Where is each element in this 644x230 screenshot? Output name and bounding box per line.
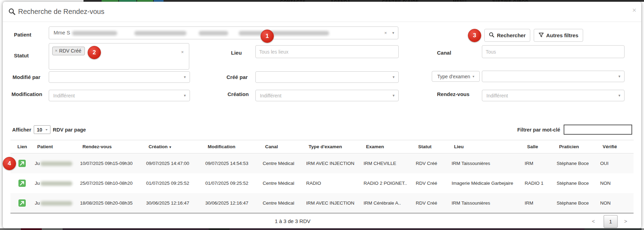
verifie-cell: NON (597, 193, 634, 213)
keyword-filter-label: Filtrer par mot-clé (517, 127, 560, 133)
creation-cell: 01/07/2025 09:25:52 (143, 173, 202, 193)
col-header-examen[interactable]: Examen (361, 140, 413, 153)
patient-value: Mme S (54, 30, 70, 35)
statut-label: Statut (14, 53, 29, 58)
page-size-prefix: Afficher (12, 127, 31, 133)
tag-remove-icon[interactable]: × (55, 48, 57, 53)
type-examen-cell: IRM AVEC INJECTION (303, 153, 361, 174)
table-row: Ju 10/07/2025 09h15-09h30 09/07/2025 14:… (10, 153, 634, 174)
type-examen-cell: IRM AVEC INJECTION (303, 193, 361, 213)
modification-select[interactable]: Indifférent ▾ (49, 90, 190, 101)
modification-label: Modification (11, 91, 42, 97)
col-header-statut[interactable]: Statut (413, 140, 449, 153)
salle-cell: IRM (522, 153, 554, 174)
col-header-lien[interactable]: Lien (10, 140, 32, 153)
examen-cell: IRM Cérébrale A.. (361, 193, 413, 213)
col-header-salle[interactable]: Salle (522, 140, 554, 153)
chevron-down-icon: ▾ (392, 75, 395, 79)
external-link-icon[interactable] (18, 180, 26, 187)
patient-cell: Ju (32, 153, 77, 174)
page-size-select[interactable]: 10 ⌄ (34, 125, 50, 134)
page-size-suffix: RDV par page (53, 127, 86, 133)
col-header-rendez-vous[interactable]: Rendez-vous (77, 140, 143, 153)
lieu-cell: Imagerie Médicale Garbejaire (449, 173, 522, 193)
step-badge-4: 4 (3, 157, 16, 170)
autres-filtres-button[interactable]: Autres filtres (534, 29, 583, 42)
table-row: Ju 25/07/2025 08h10-08h20 01/07/2025 09:… (10, 173, 634, 193)
modification-cell: 30/06/2025 12:16:47 (202, 193, 260, 213)
page-size-control: Afficher 10 ⌄ RDV par page (12, 125, 86, 134)
external-link-icon[interactable] (18, 160, 26, 167)
table-row: Ju 18/08/2025 08h20-08h35 30/06/2025 12:… (10, 193, 634, 213)
search-icon (489, 32, 494, 39)
sort-desc-icon: ▾ (169, 145, 171, 149)
chevron-down-icon: ▾ (618, 93, 620, 98)
examen-select[interactable]: ▾ (482, 71, 625, 82)
creation-label: Création (228, 91, 249, 97)
chevron-down-icon: ▾ (392, 31, 394, 35)
rechercher-button[interactable]: Rechercher (484, 29, 530, 42)
creation-cell: 30/06/2025 12:16:47 (143, 193, 202, 213)
filter-icon (539, 32, 544, 39)
rendez-vous-select[interactable]: Indifférent ▾ (482, 90, 625, 101)
modifie-par-select[interactable]: ▾ (49, 71, 190, 83)
pagination-current-page[interactable]: 1 (604, 215, 618, 228)
pagination-next-button[interactable]: > (624, 218, 627, 224)
statut-tag[interactable]: × RDV Créé (52, 47, 85, 55)
open-link-cell (10, 193, 32, 213)
table-info: 1 à 3 de 3 RDV (275, 218, 311, 224)
canal-label: Canal (437, 50, 451, 56)
col-header-type-examen[interactable]: Type d'examen (303, 140, 361, 153)
examen-cell: RADIO 2 POIGNET.. (361, 173, 413, 193)
canal-cell: Centre Médical (260, 173, 303, 193)
cree-par-label: Créé par (226, 74, 248, 80)
col-header-modification[interactable]: Modification (202, 140, 260, 153)
search-icon (8, 8, 16, 17)
page-root: CONTACTS AGENDA CENTRE D'AIDE MENU JUSTI… (0, 0, 644, 230)
rendez-vous-label: Rendez-vous (437, 91, 469, 97)
external-link-icon[interactable] (18, 199, 26, 207)
rdv-cell: 10/07/2025 09h15-09h30 (77, 153, 143, 174)
cree-par-select[interactable]: ▾ (255, 71, 399, 83)
praticien-cell: Stéphane Boce (554, 193, 597, 213)
keyword-filter-input[interactable] (564, 125, 632, 135)
examen-cell: IRM CHEVILLE (361, 153, 413, 174)
chevron-down-icon: ▾ (184, 93, 186, 98)
patient-clear-icon[interactable]: × (384, 31, 387, 35)
statut-clear-icon[interactable]: × (181, 50, 184, 54)
col-header-patient[interactable]: Patient (32, 140, 77, 153)
col-header-canal[interactable]: Canal (260, 140, 303, 153)
salle-cell: RADIO 1 (522, 173, 554, 193)
verifie-cell: NON (597, 173, 634, 193)
chevron-down-icon: ⌄ (45, 127, 48, 131)
salle-cell: IRM (522, 193, 554, 213)
col-header-lieu[interactable]: Lieu (449, 140, 522, 153)
col-header-creation[interactable]: Création▾ (143, 140, 202, 153)
statut-cell: RDV Créé (413, 173, 449, 193)
lieu-input[interactable] (255, 45, 399, 58)
col-header-praticien[interactable]: Praticien (554, 140, 597, 153)
col-header-verifie[interactable]: Vérifié (597, 140, 634, 153)
results-table: Lien Patient Rendez-vous Création▾ Modif… (10, 140, 634, 213)
modifie-par-label: Modifié par (13, 74, 40, 80)
lieu-cell: IRM Taissounières (449, 153, 522, 174)
patient-cell: Ju (32, 173, 77, 193)
patient-label: Patient (14, 32, 31, 38)
patient-cell: Ju (32, 193, 77, 213)
chevron-down-icon: ▾ (184, 75, 186, 79)
creation-cell: 09/07/2025 14:47:00 (143, 153, 202, 174)
type-examen-dropdown-button[interactable]: Type d'examen ▾ (432, 71, 480, 82)
step-badge-1: 1 (261, 30, 274, 43)
close-icon[interactable]: × (632, 7, 636, 14)
canal-cell: Centre Médical (260, 153, 303, 174)
lieu-label: Lieu (231, 50, 242, 56)
table-header-row: Lien Patient Rendez-vous Création▾ Modif… (10, 140, 634, 153)
patient-select[interactable]: Mme S × ▾ (49, 26, 398, 39)
search-appointments-modal: Recherche de Rendez-vous × Patient Mme S… (3, 2, 641, 228)
canal-input[interactable] (482, 45, 625, 58)
pagination-prev-button[interactable]: < (592, 218, 595, 224)
statut-multiselect[interactable]: × RDV Créé × (49, 43, 189, 70)
chevron-down-icon: ▾ (618, 74, 620, 79)
creation-select[interactable]: Indifférent ▾ (255, 90, 399, 101)
rdv-cell: 18/08/2025 08h20-08h35 (77, 193, 143, 213)
